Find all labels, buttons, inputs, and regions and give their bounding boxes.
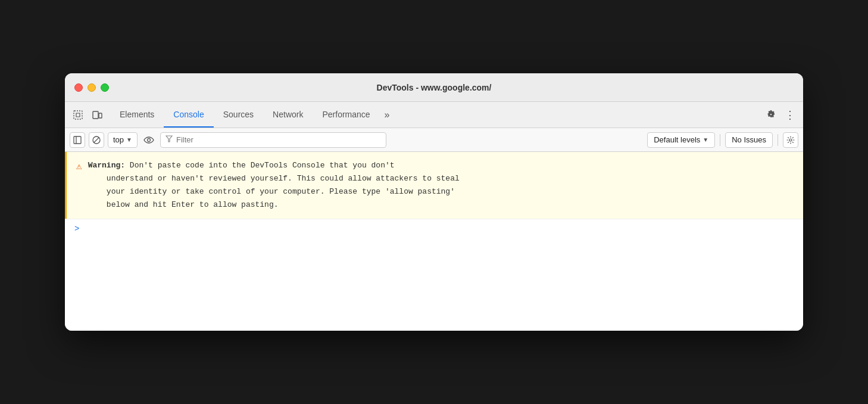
tab-performance[interactable]: Performance	[313, 102, 379, 128]
tab-bar-right: ⋮	[763, 107, 798, 123]
eye-icon	[143, 136, 154, 144]
svg-point-10	[789, 139, 792, 141]
svg-line-7	[94, 137, 99, 142]
gear-icon-small	[786, 136, 795, 144]
svg-rect-1	[93, 111, 98, 119]
warning-message: ⚠ Warning: Don't paste code into the Dev…	[65, 152, 803, 219]
close-button[interactable]	[74, 83, 83, 92]
inspect-element-button[interactable]	[70, 107, 86, 123]
console-input[interactable]	[84, 225, 794, 234]
more-options-button[interactable]: ⋮	[782, 107, 798, 123]
log-levels-selector[interactable]: Default levels ▼	[647, 132, 715, 148]
svg-marker-9	[166, 136, 172, 142]
clear-console-button[interactable]	[89, 132, 104, 148]
sidebar-icon	[73, 136, 82, 144]
svg-rect-2	[99, 113, 102, 118]
divider	[720, 134, 720, 146]
device-toggle-button[interactable]	[89, 107, 105, 123]
tab-bar-icons	[70, 107, 105, 123]
issues-counter[interactable]: No Issues	[725, 132, 773, 148]
tab-sources[interactable]: Sources	[214, 102, 263, 128]
more-tabs-button[interactable]: »	[380, 102, 395, 128]
svg-rect-4	[74, 136, 81, 144]
traffic-lights	[74, 83, 109, 92]
clear-icon	[92, 136, 101, 144]
window-title: DevTools - www.google.com/	[377, 83, 492, 92]
svg-point-8	[147, 138, 150, 141]
minimize-button[interactable]	[88, 83, 96, 92]
tab-bar: Elements Console Sources Network Perform…	[65, 102, 803, 128]
console-settings-button[interactable]	[783, 132, 798, 148]
inspect-icon	[73, 110, 83, 120]
divider2	[778, 134, 778, 146]
tabs-container: Elements Console Sources Network Perform…	[110, 102, 758, 128]
svg-rect-0	[74, 111, 82, 119]
filter-input[interactable]	[176, 135, 381, 144]
prompt-chevron: >	[74, 224, 79, 234]
tab-network[interactable]: Network	[263, 102, 313, 128]
filter-icon	[166, 135, 173, 144]
live-expression-button[interactable]	[141, 132, 157, 148]
warning-icon: ⚠	[76, 160, 82, 212]
tab-elements[interactable]: Elements	[110, 102, 164, 128]
warning-text: Warning: Don't paste code into the DevTo…	[88, 159, 460, 212]
tab-console[interactable]: Console	[164, 102, 213, 128]
sidebar-toggle-button[interactable]	[70, 132, 85, 148]
devtools-window: DevTools - www.google.com/ Elements	[65, 73, 803, 331]
gear-icon	[766, 110, 776, 120]
title-bar: DevTools - www.google.com/	[65, 73, 803, 102]
device-icon	[92, 110, 102, 120]
console-content: ⚠ Warning: Don't paste code into the Dev…	[65, 152, 803, 331]
maximize-button[interactable]	[101, 83, 109, 92]
context-selector[interactable]: top ▼	[108, 132, 138, 148]
filter-box[interactable]	[160, 132, 386, 148]
console-toolbar: top ▼ Default levels ▼	[65, 128, 803, 152]
console-prompt-row[interactable]: >	[65, 219, 803, 238]
settings-button[interactable]	[763, 107, 779, 123]
